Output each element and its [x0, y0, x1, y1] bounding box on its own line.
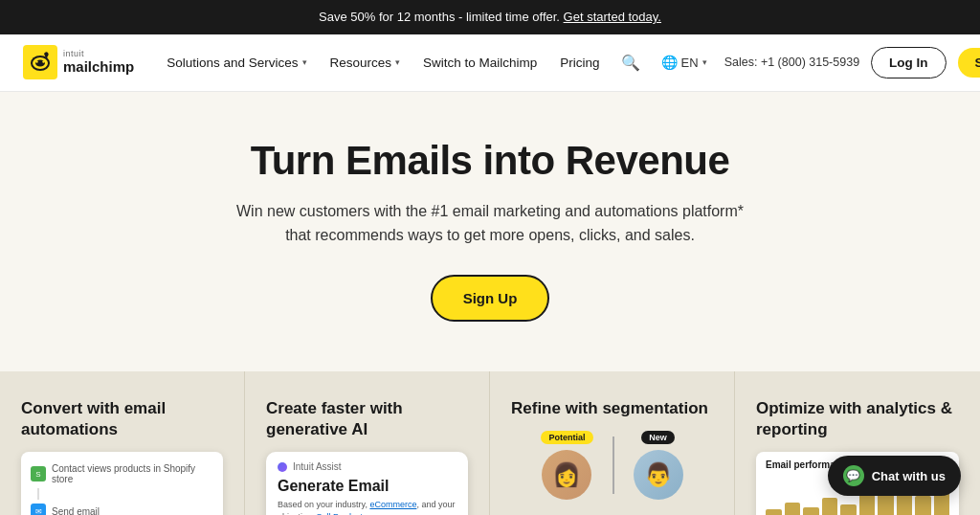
avatar-male: New 👨	[634, 431, 683, 500]
logo[interactable]: intuit mailchimp	[23, 45, 134, 79]
chevron-down-icon: ▾	[302, 57, 307, 67]
login-button[interactable]: Log In	[871, 47, 947, 78]
bar-3	[803, 507, 819, 515]
sales-phone: Sales: +1 (800) 315-5939	[724, 56, 859, 69]
male-avatar-circle: 👨	[634, 450, 683, 500]
automation-box: S Contact views products in Shopify stor…	[21, 452, 223, 515]
search-icon[interactable]: 🔍	[617, 50, 644, 76]
chevron-down-icon: ▾	[395, 57, 400, 67]
avatar-female: Potential 👩	[541, 431, 592, 500]
bar-1	[766, 509, 782, 515]
chat-bubble-icon: 💬	[843, 465, 864, 486]
chat-label: Chat with us	[872, 469, 946, 483]
nav-links: Solutions and Services ▾ Resources ▾ Swi…	[157, 48, 609, 78]
bar-7	[878, 493, 894, 515]
generate-email-title: Generate Email	[278, 478, 457, 495]
chevron-down-icon: ▾	[702, 57, 707, 67]
svg-point-5	[42, 60, 44, 62]
hero-section: Turn Emails into Revenue Win new custome…	[0, 92, 980, 371]
chat-widget[interactable]: 💬 Chat with us	[828, 456, 961, 496]
svg-point-4	[35, 60, 37, 62]
signup-button[interactable]: Sign Up	[958, 48, 980, 78]
segmentation-ui: Potential 👩 New 👨	[511, 431, 713, 500]
bar-5	[840, 504, 857, 515]
nav-item-resources[interactable]: Resources ▾	[321, 48, 411, 78]
navbar: intuit mailchimp Solutions and Services …	[0, 34, 980, 92]
bar-4	[822, 498, 838, 515]
ecommerce-link[interactable]: eCommerce	[369, 500, 416, 509]
automations-ui: S Contact views products in Shopify stor…	[21, 452, 223, 515]
feature-card-segmentation: Refine with segmentation Potential 👩 New…	[490, 371, 735, 515]
banner-link[interactable]: Get started today.	[564, 10, 661, 24]
segmentation-avatars: Potential 👩 New 👨	[511, 431, 713, 500]
features-section: Convert with email automations S Contact…	[0, 371, 980, 515]
assist-dot-icon	[278, 462, 287, 472]
assist-box: Intuit Assist Generate Email Based on yo…	[266, 452, 468, 515]
nav-right: 🔍 🌐 EN ▾ Sales: +1 (800) 315-5939 Log In…	[617, 47, 980, 78]
assist-header: Intuit Assist	[278, 461, 457, 472]
globe-icon: 🌐	[661, 55, 678, 70]
logo-mailchimp: mailchimp	[63, 59, 134, 76]
female-avatar-image: 👩	[542, 450, 591, 500]
feature-title-ai: Create faster with generative AI	[266, 398, 468, 440]
feature-card-ai: Create faster with generative AI Intuit …	[245, 371, 490, 515]
bar-2	[785, 503, 801, 515]
nav-item-switch[interactable]: Switch to Mailchimp	[413, 48, 546, 78]
feature-title-analytics: Optimize with analytics & reporting	[756, 398, 959, 440]
feature-title-segmentation: Refine with segmentation	[511, 398, 713, 419]
female-avatar-circle: 👩	[542, 450, 591, 500]
new-badge: New	[641, 431, 675, 444]
logo-text: intuit mailchimp	[63, 50, 134, 75]
segmentation-divider	[612, 437, 614, 494]
ai-ui: Intuit Assist Generate Email Based on yo…	[266, 452, 468, 515]
automation-row-2: ✉ Send email	[31, 500, 213, 515]
nav-item-pricing[interactable]: Pricing	[550, 48, 609, 78]
male-avatar-image: 👨	[634, 450, 683, 500]
potential-badge: Potential	[541, 431, 592, 444]
bar-9	[915, 496, 931, 515]
hero-signup-button[interactable]: Sign Up	[431, 275, 550, 322]
generate-email-body: Based on your industry, eCommerce, and y…	[278, 499, 457, 515]
nav-item-solutions[interactable]: Solutions and Services ▾	[157, 48, 316, 78]
automation-row-1: S Contact views products in Shopify stor…	[31, 459, 213, 488]
email-icon: ✉	[31, 504, 46, 515]
hero-subheading: Win new customers with the #1 email mark…	[232, 199, 748, 248]
hero-heading: Turn Emails into Revenue	[38, 138, 942, 184]
feature-title-automations: Convert with email automations	[21, 398, 223, 440]
feature-card-automations: Convert with email automations S Contact…	[0, 371, 245, 515]
banner-text: Save 50% for 12 months - limited time of…	[319, 10, 564, 24]
mailchimp-logo-icon	[23, 45, 57, 79]
top-banner: Save 50% for 12 months - limited time of…	[0, 0, 980, 34]
shopify-icon: S	[31, 466, 46, 481]
language-selector[interactable]: 🌐 EN ▾	[656, 51, 713, 74]
